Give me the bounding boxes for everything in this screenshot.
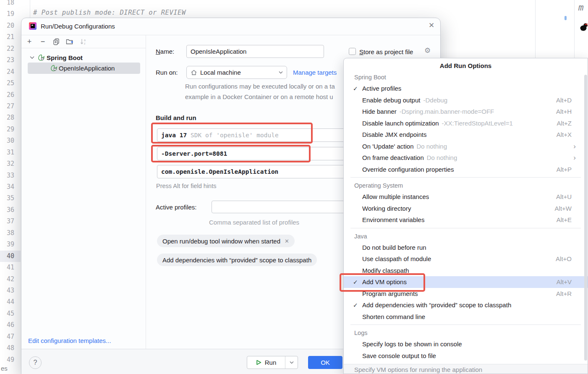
checkmark-icon: ✓ — [353, 279, 362, 285]
menu-section-header: Spring Boot — [344, 72, 588, 83]
menu-item[interactable]: Program argumentsAlt+R — [344, 288, 588, 300]
popup-scrollbar[interactable] — [584, 75, 587, 361]
menu-item[interactable]: ✓Active profiles — [344, 83, 588, 94]
menu-item[interactable]: Working directoryAlt+W — [344, 203, 588, 214]
menu-item-shortcut: Alt+O — [556, 255, 572, 262]
tree-toolbar: + − a z — [25, 37, 88, 46]
ok-button[interactable]: OK — [308, 356, 342, 369]
name-input[interactable]: OpenIsleApplication — [186, 45, 324, 58]
svg-text:a: a — [84, 39, 86, 42]
jre-input[interactable]: java 17 SDK of 'openisle' module — [157, 128, 348, 142]
menu-item[interactable]: Save console output to file — [344, 350, 588, 362]
menu-item-hint: Do nothing — [427, 154, 457, 161]
menu-item-label: Shorten command line — [362, 313, 425, 320]
add-icon[interactable]: + — [25, 37, 34, 46]
checkmark-icon: ✓ — [353, 85, 362, 92]
line-number: 32 — [0, 158, 14, 170]
menu-item-label: Active profiles — [362, 85, 401, 92]
line-number: 19 — [0, 8, 14, 20]
chevron-down-icon — [290, 361, 294, 364]
menu-item[interactable]: Use classpath of moduleAlt+O — [344, 253, 588, 265]
tag-label: Add dependencies with “provided” scope t… — [162, 256, 311, 264]
main-class-input[interactable]: com.openisle.OpenIsleApplication — [157, 165, 348, 178]
checkmark-icon: ✓ — [353, 302, 362, 309]
screen: 1819202122232425262728293031323334353637… — [0, 0, 588, 374]
menu-item[interactable]: Modify classpath — [344, 265, 588, 277]
run-on-help-line2: example in a Docker Container or on a re… — [185, 93, 333, 100]
menu-item[interactable]: Specify logs to be shown in console — [344, 338, 588, 350]
menu-item[interactable]: Allow multiple instancesAlt+U — [344, 191, 588, 203]
menu-item-shortcut: Alt+V — [557, 278, 572, 285]
line-number: 33 — [0, 170, 14, 181]
remove-icon[interactable]: − — [38, 37, 47, 46]
line-number: 21 — [0, 31, 14, 43]
menu-item-hint: -Ddebug — [423, 97, 447, 104]
line-number: 47 — [0, 331, 14, 343]
menu-item[interactable]: Override configuration propertiesAlt+P — [344, 164, 588, 175]
editor-comment-line: # Post publish mode: DIRECT or REVIEW — [33, 9, 186, 16]
menu-item-shortcut: Alt+E — [557, 216, 572, 223]
menu-item-label: Disable JMX endpoints — [362, 131, 426, 138]
menu-item[interactable]: Shorten command line — [344, 311, 588, 323]
copy-icon[interactable] — [52, 37, 61, 46]
menu-item-label: Specify logs to be shown in console — [362, 340, 462, 348]
line-number: 20 — [0, 20, 14, 31]
menu-item-label: Add dependencies with “provided” scope t… — [362, 301, 511, 309]
active-profiles-input[interactable] — [212, 201, 348, 213]
help-button[interactable]: ? — [29, 356, 42, 369]
line-number: 35 — [0, 193, 14, 204]
intellij-logo-icon — [29, 22, 37, 30]
menu-item[interactable]: Enable debug output-DdebugAlt+D — [344, 94, 588, 106]
menu-item[interactable]: ✓Add dependencies with “provided” scope … — [344, 299, 588, 311]
popup-title: Add Run Options — [344, 58, 588, 69]
menu-item[interactable]: ✓Add VM optionsAlt+V — [344, 276, 588, 288]
run-on-value: Local machine — [200, 69, 241, 76]
run-split-button[interactable]: Run — [247, 356, 298, 369]
tree-group-spring-boot[interactable]: Spring Boot — [30, 52, 83, 63]
titlebar-divider — [21, 35, 440, 35]
editor-partial-char: m — [578, 3, 584, 13]
bird-icon[interactable] — [580, 22, 588, 34]
main-class-value: com.openisle.OpenIsleApplication — [161, 168, 278, 175]
submenu-arrow-icon: › — [573, 154, 576, 161]
line-number: 41 — [0, 262, 14, 273]
menu-item-label: On 'Update' action — [362, 143, 413, 150]
menu-item[interactable]: Disable launch optimization-XX:TieredSto… — [344, 118, 588, 129]
home-icon — [191, 69, 197, 76]
menu-item[interactable]: Do not build before run — [344, 242, 588, 254]
tag-open-tool-window[interactable]: Open run/debug tool window when started … — [157, 235, 295, 247]
run-on-select[interactable]: Local machine — [186, 66, 287, 79]
remove-tag-icon[interactable]: ✕ — [285, 238, 289, 244]
build-and-run-heading: Build and run — [156, 114, 196, 121]
menu-item[interactable]: On 'Update' actionDo nothing› — [344, 141, 588, 152]
name-label: Name: — [156, 48, 174, 55]
line-number: 36 — [0, 204, 14, 216]
new-folder-icon[interactable] — [65, 37, 74, 46]
menu-item-shortcut: Alt+D — [556, 97, 572, 104]
menu-item-hint: -XX:TieredStopAtLevel=1 — [442, 120, 513, 127]
toolbar-divider — [21, 48, 146, 48]
line-number: 26 — [0, 89, 14, 101]
manage-targets-link[interactable]: Manage targets — [293, 69, 337, 76]
line-number: 27 — [0, 101, 14, 112]
menu-item[interactable]: Environment variablesAlt+E — [344, 214, 588, 226]
tree-item-openisleapplication[interactable]: OpenIsleApplication — [28, 63, 140, 74]
edit-configuration-templates-link[interactable]: Edit configuration templates... — [28, 337, 111, 344]
menu-item[interactable]: Disable JMX endpointsAlt+X — [344, 129, 588, 141]
jre-value: java 17 — [161, 132, 187, 139]
tag-add-provided-dependencies[interactable]: Add dependencies with “provided” scope t… — [157, 254, 317, 266]
store-as-project-file-checkbox[interactable] — [349, 48, 356, 55]
menu-item-label: Do not build before run — [362, 244, 426, 251]
line-number: 38 — [0, 228, 14, 239]
gear-icon[interactable]: ⚙ — [424, 46, 431, 55]
add-run-options-popup: Add Run Options Spring Boot✓Active profi… — [343, 58, 588, 374]
menu-divider — [350, 228, 581, 228]
panel-divider — [146, 35, 146, 349]
menu-item[interactable]: Hide banner-Dspring.main.banner-mode=OFF… — [344, 106, 588, 118]
close-icon[interactable]: ✕ — [429, 21, 434, 30]
run-options-dropdown[interactable] — [285, 356, 298, 369]
vm-options-input[interactable]: -Dserver.port=8081 — [157, 147, 348, 160]
menu-item[interactable]: On frame deactivationDo nothing› — [344, 152, 588, 164]
jre-hint: SDK of 'openisle' module — [191, 132, 279, 139]
sort-alphabetically-icon[interactable]: a z — [78, 37, 88, 46]
